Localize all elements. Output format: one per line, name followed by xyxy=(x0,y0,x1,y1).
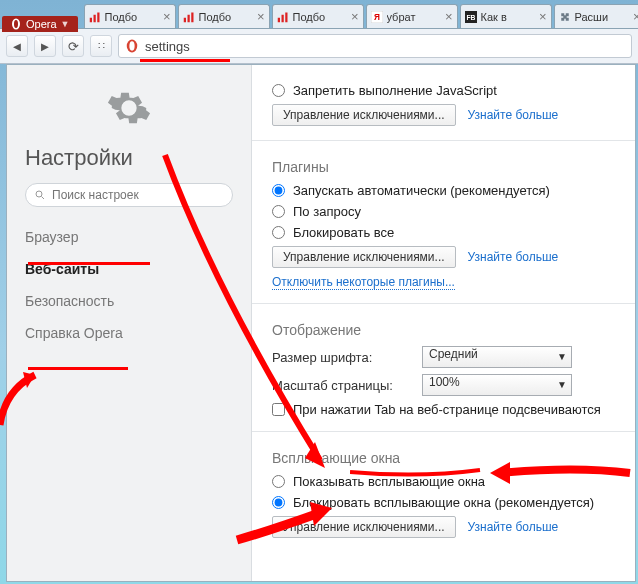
settings-title: Настройки xyxy=(25,145,233,171)
svg-rect-6 xyxy=(187,14,189,22)
browser-tab[interactable]: Подбо× xyxy=(178,4,270,28)
back-button[interactable]: ◄ xyxy=(6,35,28,57)
svg-rect-2 xyxy=(89,17,91,22)
settings-content: Запретить выполнение JavaScript Управлен… xyxy=(252,65,635,581)
tab-title: Подбо xyxy=(105,11,159,23)
chevron-down-icon: ▼ xyxy=(557,379,567,390)
tab-title: Расши xyxy=(575,11,629,23)
sidebar-item[interactable]: Справка Opera xyxy=(25,317,233,349)
fontsize-label: Размер шрифта: xyxy=(272,350,412,365)
svg-point-1 xyxy=(14,20,18,28)
settings-search-input[interactable] xyxy=(52,188,224,202)
fontsize-select[interactable]: Средний▼ xyxy=(422,346,572,368)
bars-red-icon xyxy=(277,11,289,23)
annotation-underline xyxy=(28,367,128,370)
tab-highlight-label: При нажатии Tab на веб-странице подсвечи… xyxy=(293,402,601,417)
tab-title: Подбо xyxy=(293,11,347,23)
bars-red-icon xyxy=(183,11,195,23)
popups-show-label: Показывать всплывающие окна xyxy=(293,474,485,489)
svg-rect-3 xyxy=(93,14,95,22)
fb-icon: FB xyxy=(465,11,477,23)
svg-rect-10 xyxy=(285,12,287,22)
svg-rect-8 xyxy=(277,17,279,22)
popups-learn-more-link[interactable]: Узнайте больше xyxy=(468,520,559,534)
address-bar[interactable] xyxy=(118,34,632,58)
plugins-section-title: Плагины xyxy=(272,159,635,175)
plugins-ondemand-label: По запросу xyxy=(293,204,361,219)
opera-icon xyxy=(125,39,139,53)
svg-point-16 xyxy=(129,41,134,50)
browser-tab[interactable]: Расши× xyxy=(554,4,639,28)
close-icon[interactable]: × xyxy=(445,10,453,23)
svg-rect-5 xyxy=(183,17,185,22)
content-window: Настройки БраузерВеб-сайтыБезопасностьСп… xyxy=(6,64,636,582)
js-deny-radio[interactable] xyxy=(272,84,285,97)
opera-icon xyxy=(10,18,22,30)
bars-red-icon xyxy=(89,11,101,23)
js-learn-more-link[interactable]: Узнайте больше xyxy=(468,108,559,122)
display-section-title: Отображение xyxy=(272,322,635,338)
browser-tab[interactable]: Подбо× xyxy=(272,4,364,28)
app-name: Opera xyxy=(26,18,57,30)
tab-title: Подбо xyxy=(199,11,253,23)
gear-icon xyxy=(25,85,233,131)
browser-tab[interactable]: Подбо× xyxy=(84,4,176,28)
svg-point-17 xyxy=(36,191,42,197)
close-icon[interactable]: × xyxy=(163,10,171,23)
app-badge: Opera ▼ xyxy=(2,16,78,32)
svg-text:Я: Я xyxy=(374,13,380,22)
zoom-label: Масштаб страницы: xyxy=(272,378,412,393)
plugins-auto-radio[interactable] xyxy=(272,184,285,197)
tab-highlight-checkbox[interactable] xyxy=(272,403,285,416)
tab-strip: Подбо×Подбо×Подбо×Яубрат×FBКак в×Расши× xyxy=(84,4,639,28)
forward-button[interactable]: ► xyxy=(34,35,56,57)
annotation-underline xyxy=(28,262,150,265)
puzzle-icon xyxy=(559,11,571,23)
close-icon[interactable]: × xyxy=(351,10,359,23)
sidebar-item[interactable]: Браузер xyxy=(25,221,233,253)
js-deny-label: Запретить выполнение JavaScript xyxy=(293,83,497,98)
plugins-ondemand-radio[interactable] xyxy=(272,205,285,218)
plugins-disable-link[interactable]: Отключить некоторые плагины... xyxy=(272,275,455,290)
plugins-blockall-label: Блокировать все xyxy=(293,225,394,240)
popups-show-radio[interactable] xyxy=(272,475,285,488)
js-manage-exceptions-button[interactable]: Управление исключениями... xyxy=(272,104,456,126)
browser-tab[interactable]: FBКак в× xyxy=(460,4,552,28)
sidebar: Настройки БраузерВеб-сайтыБезопасностьСп… xyxy=(7,65,252,581)
close-icon[interactable]: × xyxy=(633,10,638,23)
annotation-underline xyxy=(140,59,230,62)
sidebar-item[interactable]: Безопасность xyxy=(25,285,233,317)
svg-line-18 xyxy=(42,197,45,200)
address-input[interactable] xyxy=(145,39,625,54)
chevron-down-icon: ▼ xyxy=(557,351,567,362)
search-icon xyxy=(34,189,46,201)
reload-button[interactable]: ⟳ xyxy=(62,35,84,57)
tab-title: убрат xyxy=(387,11,441,23)
close-icon[interactable]: × xyxy=(257,10,265,23)
zoom-select[interactable]: 100%▼ xyxy=(422,374,572,396)
plugins-auto-label: Запускать автоматически (рекомендуется) xyxy=(293,183,550,198)
svg-rect-4 xyxy=(97,12,99,22)
plugins-learn-more-link[interactable]: Узнайте больше xyxy=(468,250,559,264)
popups-section-title: Всплывающие окна xyxy=(272,450,635,466)
browser-tab[interactable]: Яубрат× xyxy=(366,4,458,28)
sidebar-item[interactable]: Веб-сайты xyxy=(25,253,233,285)
settings-search[interactable] xyxy=(25,183,233,207)
popups-block-radio[interactable] xyxy=(272,496,285,509)
plugins-blockall-radio[interactable] xyxy=(272,226,285,239)
close-icon[interactable]: × xyxy=(539,10,547,23)
popups-manage-exceptions-button[interactable]: Управление исключениями... xyxy=(272,516,456,538)
tab-title: Как в xyxy=(481,11,535,23)
svg-rect-7 xyxy=(191,12,193,22)
speed-dial-button[interactable]: ∷ xyxy=(90,35,112,57)
popups-block-label: Блокировать всплывающие окна (рекомендуе… xyxy=(293,495,594,510)
yandex-icon: Я xyxy=(371,11,383,23)
svg-rect-9 xyxy=(281,14,283,22)
svg-text:FB: FB xyxy=(466,14,475,21)
toolbar: ◄ ► ⟳ ∷ xyxy=(0,28,638,64)
title-bar: Opera ▼ Подбо×Подбо×Подбо×Яубрат×FBКак в… xyxy=(0,0,638,28)
plugins-manage-exceptions-button[interactable]: Управление исключениями... xyxy=(272,246,456,268)
